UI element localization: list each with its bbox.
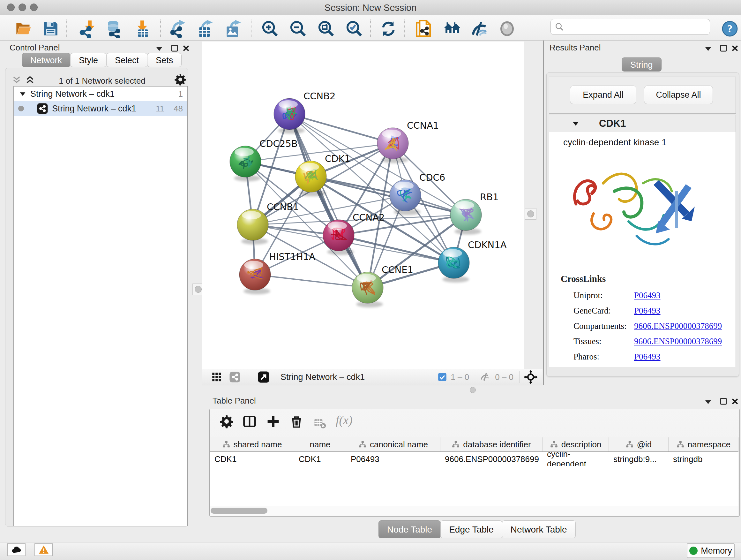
export-network-icon — [169, 20, 187, 38]
control-panel-menu-icon[interactable] — [155, 45, 163, 53]
crosslink-link-genecard[interactable]: P06493 — [634, 306, 661, 316]
table-hscrollbar-thumb[interactable] — [211, 508, 267, 514]
network-node-count: 11 — [156, 104, 164, 114]
import-network-from-database-button[interactable] — [105, 19, 124, 38]
birdseye-crosshair-icon[interactable] — [523, 370, 538, 384]
grid-view-icon[interactable] — [212, 372, 221, 382]
column-type-icon — [625, 440, 634, 449]
string-import-document-button[interactable] — [415, 19, 433, 38]
tab-network-table[interactable]: Network Table — [502, 520, 576, 538]
results-panel-menu-icon[interactable] — [704, 45, 712, 53]
selected-checkbox-icon[interactable] — [438, 373, 447, 381]
export-table-button[interactable] — [196, 19, 214, 38]
column-type-icon — [452, 440, 460, 449]
table-cell[interactable]: cyclin-dependent ... — [542, 452, 609, 466]
network-edge-CCNB2-CCNA1[interactable] — [289, 114, 393, 143]
import-network-button[interactable] — [78, 19, 96, 38]
table-cell[interactable]: P06493 — [346, 452, 441, 466]
tab-style[interactable]: Style — [70, 53, 107, 67]
node-gloss — [382, 130, 401, 138]
table-cell[interactable]: stringdb — [669, 452, 738, 466]
tab-node-table[interactable]: Node Table — [379, 520, 441, 538]
save-session-button[interactable] — [42, 19, 60, 38]
string-home-button[interactable] — [443, 19, 461, 38]
table-hscrollbar[interactable] — [210, 506, 738, 516]
zoom-in-icon — [261, 20, 278, 37]
results-panel-title: Results Panel — [549, 43, 601, 53]
tab-sets[interactable]: Sets — [147, 53, 182, 67]
hidden-eye-icon[interactable] — [480, 371, 492, 383]
crosslink-link-compartments[interactable]: 9606.ENSP00000378699 — [634, 321, 722, 331]
crosslinks-list: Uniprot:P06493GeneCard:P06493Compartment… — [574, 288, 727, 364]
add-column-icon[interactable] — [266, 415, 280, 428]
protein-card-header[interactable]: CDK1 — [549, 115, 736, 132]
delete-column-icon[interactable] — [290, 415, 303, 428]
show-columns-icon[interactable] — [243, 415, 257, 428]
column-header-canonical-name[interactable]: canonical name — [346, 437, 441, 451]
collection-label: String Network – cdk1 — [30, 89, 115, 99]
crosslink-link-pharos[interactable]: P06493 — [634, 352, 661, 362]
network-edge-CCNE1-HIST1H1A[interactable] — [255, 274, 367, 288]
tab-string-results[interactable]: String — [622, 57, 662, 71]
network-options-gear-icon[interactable] — [174, 73, 186, 85]
import-table-button[interactable] — [133, 19, 152, 38]
results-panel-float-icon[interactable] — [719, 44, 728, 52]
table-cell[interactable]: CDK1 — [210, 452, 294, 466]
delete-table-icon-disabled — [313, 417, 326, 430]
help-button[interactable]: ? — [721, 19, 739, 38]
table-options-gear-icon[interactable] — [219, 415, 233, 428]
collapse-all-icon[interactable] — [11, 75, 22, 85]
table-panel-float-icon[interactable] — [719, 397, 728, 406]
node-gloss — [455, 201, 474, 209]
network-collection-row[interactable]: String Network – cdk1 1 — [14, 86, 187, 101]
column-header-namespace[interactable]: namespace — [669, 437, 738, 451]
network-row-selected[interactable]: String Network – cdk1 11 48 — [14, 101, 187, 116]
cloud-status-button[interactable] — [7, 543, 25, 556]
column-header-database-identifier[interactable]: database identifier — [441, 437, 542, 451]
table-cell[interactable]: 9606.ENSP00000378699 — [441, 452, 542, 466]
share-view-icon[interactable] — [229, 371, 241, 383]
detach-view-icon[interactable] — [258, 371, 270, 383]
results-splitter[interactable] — [543, 41, 544, 385]
show-graphics-details-button[interactable] — [498, 19, 516, 38]
search-input[interactable] — [567, 22, 705, 32]
node-gloss — [242, 211, 261, 219]
tab-network[interactable]: Network — [22, 53, 71, 67]
table-panel-menu-icon[interactable] — [704, 398, 712, 406]
zoom-in-button[interactable] — [260, 19, 279, 38]
refresh-button[interactable] — [379, 19, 398, 38]
table-panel-close-icon[interactable] — [731, 397, 739, 406]
table-cell[interactable]: CDK1 — [294, 452, 346, 466]
column-header--id[interactable]: @id — [609, 437, 669, 451]
expand-all-button[interactable]: Expand All — [570, 85, 636, 104]
results-panel-close-icon[interactable] — [731, 44, 739, 52]
open-session-button[interactable] — [14, 19, 32, 38]
control-panel-float-icon[interactable] — [171, 44, 179, 52]
table-row[interactable]: CDK1CDK1P064939606.ENSP00000378699cyclin… — [210, 452, 738, 466]
collapse-all-button[interactable]: Collapse All — [644, 85, 713, 104]
expand-all-icon[interactable] — [25, 75, 35, 85]
column-header-description[interactable]: description — [542, 437, 609, 451]
crosslink-link-uniprot[interactable]: P06493 — [634, 291, 661, 300]
protein-collapse-caret-icon[interactable] — [571, 119, 580, 128]
zoom-selected-button[interactable] — [345, 19, 363, 38]
warnings-button[interactable] — [35, 543, 53, 556]
node-label-CCNB2: CCNB2 — [304, 91, 336, 102]
export-network-button[interactable] — [169, 19, 187, 38]
enhanced-labels-toggle-button[interactable] — [470, 19, 489, 38]
table-cell[interactable]: stringdb:9... — [609, 452, 669, 466]
column-header-shared-name[interactable]: shared name — [210, 437, 294, 451]
collection-expand-caret-icon[interactable] — [19, 90, 26, 98]
network-graph[interactable]: CCNB2CCNA1CDC25BCDK1CDC6RB1CCNB1CCNA2CDK… — [202, 42, 524, 369]
crosslink-link-tissues[interactable]: 9606.ENSP00000378699 — [634, 336, 722, 347]
zoom-fit-button[interactable] — [317, 19, 335, 38]
zoom-out-button[interactable] — [288, 19, 307, 38]
control-panel-close-icon[interactable] — [182, 44, 190, 52]
tab-select[interactable]: Select — [106, 53, 147, 67]
export-image-button[interactable] — [223, 19, 242, 38]
right-splitter-handle[interactable] — [525, 208, 536, 220]
tab-edge-table[interactable]: Edge Table — [441, 520, 502, 538]
memory-button[interactable]: Memory — [687, 543, 735, 558]
bottom-splitter-handle[interactable] — [470, 387, 476, 393]
column-header-name[interactable]: name — [294, 437, 346, 451]
